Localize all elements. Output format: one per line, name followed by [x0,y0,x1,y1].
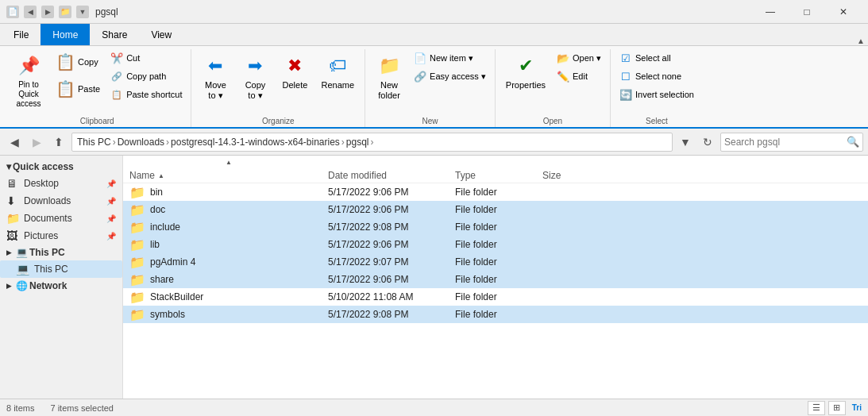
quick-access-label: Quick access [13,161,74,172]
col-name-header[interactable]: Name ▲ [129,170,328,181]
clipboard-label: Clipboard [80,117,114,125]
table-row[interactable]: 📁 lib 5/17/2022 9:06 PM File folder [123,236,868,253]
address-bar: ◀ ▶ ⬆ This PC › Downloads › postgresql-1… [0,129,868,156]
select-none-button[interactable]: ☐ Select none [615,67,698,85]
sidebar-item-documents[interactable]: 📁 Documents 📌 [0,210,122,227]
sep-2: › [166,137,169,148]
edit-icon: ✏️ [557,70,569,83]
search-icon[interactable]: 🔍 [847,136,859,148]
downloads-label: Downloads [24,195,71,206]
select-all-button[interactable]: ☑ Select all [615,49,698,67]
tab-share[interactable]: Share [90,24,139,45]
forward-button[interactable]: ▶ [27,133,46,152]
large-icons-view-button[interactable]: ⊞ [828,401,846,415]
table-row[interactable]: 📁 StackBuilder 5/10/2022 11:08 AM File f… [123,288,868,306]
file-date-cell: 5/17/2022 9:06 PM [328,239,455,250]
easy-access-label: Easy access ▾ [430,71,486,82]
folder-icon: 📁 [129,272,144,287]
delete-label: Delete [283,80,308,91]
delete-button[interactable]: ✖ Delete [276,49,314,94]
copy-to-button[interactable]: ➡ Copyto ▾ [236,49,274,105]
details-view-button[interactable]: ☰ [808,401,825,415]
file-type-cell: File folder [455,309,542,320]
title-bar: 📄 ◀ ▶ 📁 ▼ pgsql — □ ✕ [0,0,868,24]
copy-path-button[interactable]: 🔗 Copy path [106,67,186,85]
paste-button[interactable]: 📋 Paste [51,76,105,102]
sort-arrow-up: ▲ [226,159,232,166]
file-name-cell: 📁 share [129,272,328,287]
open-button[interactable]: 📂 Open ▾ [553,49,605,67]
file-name: lib [150,239,160,250]
path-thispc: This PC [77,137,111,148]
tab-home[interactable]: Home [41,24,90,45]
table-row[interactable]: 📁 share 5/17/2022 9:06 PM File folder [123,271,868,288]
close-button[interactable]: ✕ [825,0,862,24]
table-row[interactable]: 📁 include 5/17/2022 9:08 PM File folder [123,218,868,236]
address-dropdown-button[interactable]: ▼ [676,133,695,152]
sidebar-item-downloads[interactable]: ⬇ Downloads 📌 [0,192,122,210]
tab-view[interactable]: View [139,24,183,45]
sidebar-item-this-pc[interactable]: 💻 This PC [0,260,122,278]
up-button[interactable]: ⬆ [49,133,68,152]
easy-access-button[interactable]: 🔗 Easy access ▾ [410,67,490,85]
address-path[interactable]: This PC › Downloads › postgresql-14.3-1-… [71,133,673,152]
paste-shortcut-button[interactable]: 📋 Paste shortcut [106,86,186,103]
this-pc-label: This PC [29,247,65,258]
file-icon: 📄 [6,6,19,18]
maximize-button[interactable]: □ [789,0,825,24]
edit-button[interactable]: ✏️ Edit [553,67,605,85]
col-type-label: Type [455,170,476,181]
cut-button[interactable]: ✂️ Cut [106,49,186,67]
search-box[interactable]: 🔍 [720,133,863,152]
refresh-button[interactable]: ↻ [698,133,717,152]
selected-count: 7 items selected [50,403,113,413]
new-folder-button[interactable]: 📁 Newfolder [370,49,408,105]
network-header[interactable]: ▸ 🌐 Network [0,278,122,294]
this-pc-header[interactable]: ▸ 💻 This PC [0,245,122,260]
move-to-button[interactable]: ⬅ Moveto ▾ [196,49,234,105]
file-type-cell: File folder [455,291,542,302]
item-count: 8 items [6,403,34,413]
new-item-button[interactable]: 📄 New item ▾ [410,49,490,67]
ribbon-tabs: File Home Share View ▲ [0,24,868,46]
table-row[interactable]: 📁 pgAdmin 4 5/17/2022 9:07 PM File folde… [123,253,868,271]
file-type-cell: File folder [455,204,542,215]
search-input[interactable] [724,137,847,148]
back-button[interactable]: ◀ [5,133,24,152]
file-date-cell: 5/17/2022 9:06 PM [328,187,455,198]
copy-button[interactable]: 📋 Copy [51,49,105,75]
table-row[interactable]: 📁 bin 5/17/2022 9:06 PM File folder [123,183,868,201]
ribbon-collapse-icon[interactable]: ▲ [857,37,865,45]
table-row[interactable]: 📁 doc 5/17/2022 9:06 PM File folder [123,201,868,218]
pin-to-quick-access-button[interactable]: 📌 Pin to Quickaccess [8,49,49,113]
paste-icon: 📋 [56,79,75,98]
tab-file[interactable]: File [2,24,41,45]
properties-button[interactable]: ✔ Properties [500,49,551,94]
col-type-header[interactable]: Type [455,170,542,181]
copy-to-label: Copyto ▾ [245,80,266,101]
invert-icon: 🔄 [619,88,632,101]
documents-pin: 📌 [106,214,116,223]
copy-to-icon: ➡ [242,53,268,79]
tri-badge: Tri [852,403,862,412]
invert-selection-button[interactable]: 🔄 Invert selection [615,86,698,103]
sidebar-item-pictures[interactable]: 🖼 Pictures 📌 [0,227,122,245]
minimize-button[interactable]: — [752,0,789,24]
sidebar-item-desktop[interactable]: 🖥 Desktop 📌 [0,175,122,192]
this-pc-toggle: ▸ [6,247,11,258]
clipboard-group: 📌 Pin to Quickaccess 📋 Copy 📋 Paste ✂️ C… [3,49,191,127]
file-type-cell: File folder [455,256,542,268]
table-row[interactable]: 📁 symbols 5/17/2022 9:08 PM File folder [123,306,868,323]
select-none-icon: ☐ [619,70,632,83]
file-rows-container: 📁 bin 5/17/2022 9:06 PM File folder 📁 do… [123,183,868,323]
col-date-header[interactable]: Date modified [328,170,455,181]
cut-icon: ✂️ [110,52,123,64]
file-type-cell: File folder [455,221,542,233]
pin-icon-title: ▼ [76,6,89,18]
folder-icon: 📁 [129,290,144,304]
paste-shortcut-label: Paste shortcut [126,90,182,99]
col-size-header[interactable]: Size [542,170,606,181]
rename-button[interactable]: 🏷 Rename [315,49,360,94]
forward-quick: ▶ [41,6,54,18]
quick-access-header[interactable]: ▾ Quick access [0,159,122,175]
